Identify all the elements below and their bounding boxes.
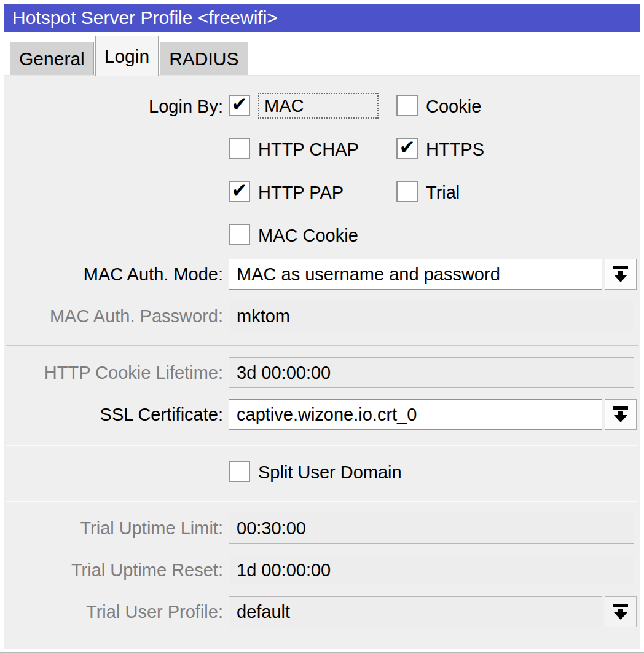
login-by-row-3: ✔ HTTP PAP Trial [4, 181, 640, 207]
mac-auth-mode-dropdown-button[interactable] [605, 259, 637, 290]
checkbox-http-chap[interactable] [229, 138, 250, 159]
ssl-certificate-input[interactable] [229, 399, 602, 430]
separator [6, 501, 638, 502]
trial-uptime-reset-input[interactable] [229, 555, 634, 585]
checkbox-split-user-domain[interactable] [229, 461, 250, 482]
tab-general-label: General [19, 49, 85, 69]
trial-uptime-reset-row: Trial Uptime Reset: [4, 555, 640, 585]
checkbox-cookie[interactable] [396, 95, 418, 116]
checkbox-http-pap[interactable]: ✔ [229, 181, 250, 202]
login-by-row-2: HTTP CHAP ✔ HTTPS [4, 138, 640, 164]
checkbox-mac-label[interactable]: MAC [258, 93, 379, 119]
tab-login[interactable]: Login [95, 36, 159, 76]
login-by-label: Login By: [4, 95, 223, 118]
mac-auth-password-label: MAC Auth. Password: [4, 301, 223, 331]
checkbox-https-label[interactable]: HTTPS [426, 138, 484, 162]
login-by-row-1: Login By: ✔ MAC Cookie [4, 95, 640, 121]
check-icon: ✔ [232, 181, 248, 200]
check-icon: ✔ [232, 95, 248, 114]
title-bar[interactable]: Hotspot Server Profile <freewifi> [4, 4, 640, 32]
http-cookie-lifetime-label: HTTP Cookie Lifetime: [4, 357, 223, 388]
separator [6, 445, 638, 446]
hotspot-server-profile-dialog: Hotspot Server Profile <freewifi> Genera… [0, 0, 644, 653]
trial-uptime-limit-row: Trial Uptime Limit: [4, 513, 640, 544]
checkbox-mac-cookie-label[interactable]: MAC Cookie [258, 224, 358, 248]
checkbox-http-chap-label[interactable]: HTTP CHAP [258, 138, 359, 162]
checkbox-mac-cookie[interactable] [229, 224, 250, 245]
login-by-row-4: MAC Cookie [4, 224, 640, 250]
ssl-certificate-label: SSL Certificate: [4, 399, 223, 430]
ssl-certificate-row: SSL Certificate: [4, 399, 640, 430]
checkbox-https[interactable]: ✔ [396, 138, 418, 159]
trial-user-profile-dropdown-button[interactable] [605, 596, 637, 627]
trial-user-profile-label: Trial User Profile: [4, 596, 223, 627]
http-cookie-lifetime-input[interactable] [229, 357, 634, 388]
ssl-certificate-dropdown-button[interactable] [605, 399, 637, 430]
http-cookie-lifetime-row: HTTP Cookie Lifetime: [4, 357, 640, 388]
check-icon: ✔ [399, 138, 415, 157]
mac-auth-mode-row: MAC Auth. Mode: [4, 259, 640, 290]
split-user-domain-row: Split User Domain [4, 461, 640, 486]
mac-auth-mode-label: MAC Auth. Mode: [4, 259, 223, 290]
dropdown-arrow-icon [611, 603, 630, 621]
dropdown-arrow-icon [611, 265, 630, 283]
tab-login-label: Login [104, 46, 149, 67]
checkbox-split-user-domain-label[interactable]: Split User Domain [258, 461, 402, 485]
mac-auth-password-input[interactable] [229, 301, 634, 331]
mac-auth-password-row: MAC Auth. Password: [4, 301, 640, 331]
trial-user-profile-input[interactable] [229, 596, 602, 627]
window-title: Hotspot Server Profile <freewifi> [12, 7, 278, 28]
login-tab-panel: Login By: ✔ MAC Cookie HTTP CHAP ✔ HTTPS… [4, 75, 640, 649]
trial-uptime-limit-input[interactable] [229, 513, 634, 544]
trial-uptime-reset-label: Trial Uptime Reset: [4, 555, 223, 585]
checkbox-trial[interactable] [396, 181, 418, 202]
tab-radius[interactable]: RADIUS [160, 42, 248, 75]
trial-user-profile-row: Trial User Profile: [4, 596, 640, 627]
checkbox-cookie-label[interactable]: Cookie [426, 95, 481, 119]
checkbox-trial-label[interactable]: Trial [426, 181, 460, 205]
dropdown-arrow-icon [611, 405, 630, 424]
tab-radius-label: RADIUS [169, 49, 238, 69]
tab-general[interactable]: General [10, 42, 94, 75]
trial-uptime-limit-label: Trial Uptime Limit: [4, 513, 223, 544]
checkbox-mac[interactable]: ✔ [229, 95, 250, 116]
mac-auth-mode-input[interactable] [229, 259, 602, 290]
tab-bar: General Login RADIUS [10, 36, 248, 75]
separator [6, 345, 638, 346]
checkbox-http-pap-label[interactable]: HTTP PAP [258, 181, 344, 205]
